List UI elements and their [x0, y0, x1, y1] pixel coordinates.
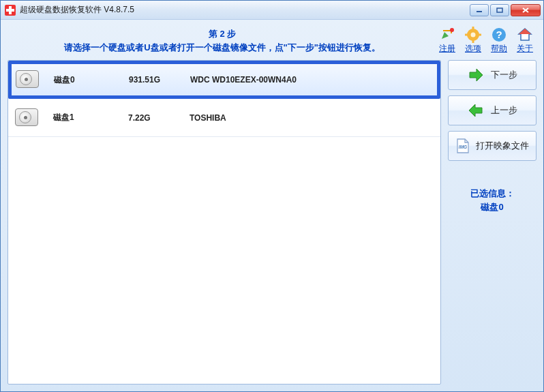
- disk-model: TOSHIBA: [183, 113, 434, 123]
- prev-button[interactable]: 上一步: [448, 95, 537, 125]
- disk-model: WDC WD10EZEX-00WN4A0: [183, 75, 433, 85]
- help-label: 帮助: [491, 43, 507, 55]
- disk-size: 7.22G: [128, 113, 183, 123]
- options-button[interactable]: 选项: [463, 27, 483, 55]
- close-icon: [522, 7, 530, 14]
- about-button[interactable]: 关于: [515, 27, 535, 55]
- svg-point-6: [471, 33, 476, 37]
- gear-icon: [465, 27, 481, 43]
- hdd-icon: [16, 70, 40, 89]
- svg-point-4: [450, 28, 454, 32]
- disk-list: 磁盘0 931.51G WDC WD10EZEX-00WN4A0 磁盘1 7.2…: [7, 60, 441, 385]
- window-title: 超级硬盘数据恢复软件 V4.8.7.5: [20, 4, 470, 16]
- maximize-icon: [496, 7, 504, 14]
- selected-info-label: 已选信息：: [448, 187, 537, 200]
- svg-rect-7: [472, 27, 474, 29]
- close-button[interactable]: [511, 4, 541, 16]
- selected-info: 已选信息： 磁盘0: [448, 187, 537, 213]
- next-label: 下一步: [491, 69, 517, 81]
- svg-rect-1: [497, 8, 502, 12]
- svg-text:IMG: IMG: [459, 145, 467, 149]
- register-button[interactable]: 注册: [437, 27, 457, 55]
- app-window: 超级硬盘数据恢复软件 V4.8.7.5 第 2 步 请选择一个硬盘或者U盘或者打…: [0, 0, 544, 392]
- options-label: 选项: [465, 43, 481, 55]
- arrow-left-icon: [468, 102, 484, 119]
- client-area: 第 2 步 请选择一个硬盘或者U盘或者打开一个磁盘镜像文件，点"下一步"按钮进行…: [1, 20, 543, 391]
- step-label: 第 2 步: [7, 28, 437, 40]
- disk-name: 磁盘0: [54, 74, 129, 86]
- app-icon: [5, 5, 16, 16]
- register-icon: [439, 27, 455, 43]
- help-icon: ?: [491, 27, 507, 43]
- step-description: 请选择一个硬盘或者U盘或者打开一个磁盘镜像文件，点"下一步"按钮进行恢复。: [7, 42, 437, 54]
- next-button[interactable]: 下一步: [448, 60, 537, 90]
- minimize-button[interactable]: [470, 4, 489, 16]
- register-label: 注册: [439, 43, 455, 55]
- help-button[interactable]: ? 帮助: [489, 27, 509, 55]
- minimize-icon: [475, 7, 483, 14]
- disk-size: 931.51G: [129, 75, 183, 85]
- svg-rect-9: [465, 34, 468, 36]
- open-image-label: 打开映象文件: [476, 140, 529, 152]
- img-file-icon: IMG: [455, 138, 470, 154]
- prev-label: 上一步: [491, 104, 517, 117]
- about-label: 关于: [517, 43, 533, 55]
- svg-rect-10: [479, 34, 481, 36]
- titlebar: 超级硬盘数据恢复软件 V4.8.7.5: [1, 1, 543, 20]
- arrow-right-icon: [468, 67, 484, 83]
- toolbar: 注册 选项 ? 帮助: [437, 24, 537, 55]
- instructions: 第 2 步 请选择一个硬盘或者U盘或者打开一个磁盘镜像文件，点"下一步"按钮进行…: [7, 24, 437, 54]
- disk-row[interactable]: 磁盘1 7.22G TOSHIBA: [8, 99, 440, 137]
- hdd-icon: [15, 108, 40, 127]
- maximize-button[interactable]: [490, 4, 509, 16]
- window-buttons: [470, 4, 541, 16]
- selected-info-value: 磁盘0: [448, 200, 537, 214]
- disk-name: 磁盘1: [53, 112, 128, 123]
- top-bar: 第 2 步 请选择一个硬盘或者U盘或者打开一个磁盘镜像文件，点"下一步"按钮进行…: [7, 24, 537, 55]
- side-panel: 下一步 上一步 IMG 打开映象文件 已选信息： 磁盘0: [448, 60, 537, 385]
- body-area: 磁盘0 931.51G WDC WD10EZEX-00WN4A0 磁盘1 7.2…: [7, 60, 537, 385]
- home-icon: [517, 27, 533, 43]
- open-image-button[interactable]: IMG 打开映象文件: [448, 131, 537, 161]
- svg-text:?: ?: [496, 29, 502, 40]
- disk-row[interactable]: 磁盘0 931.51G WDC WD10EZEX-00WN4A0: [8, 61, 440, 99]
